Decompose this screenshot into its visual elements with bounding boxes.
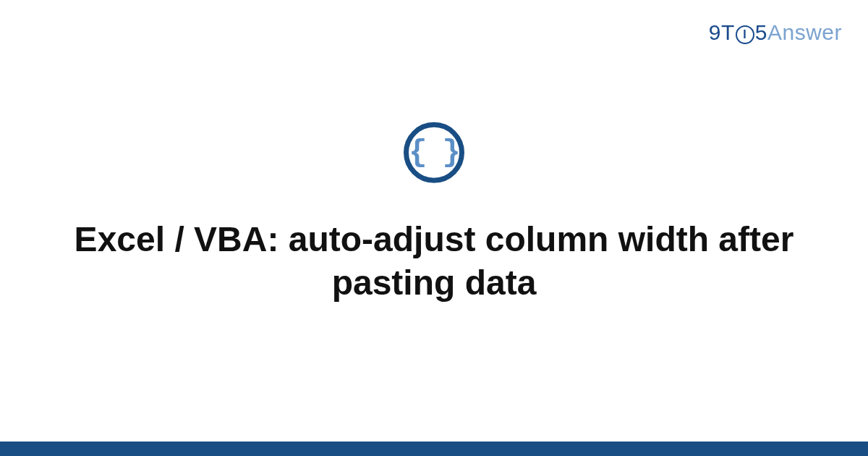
site-logo: 9TI5Answer bbox=[709, 20, 842, 46]
logo-part-9t: 9T bbox=[709, 20, 735, 44]
main-content: { } Excel / VBA: auto-adjust column widt… bbox=[0, 122, 868, 305]
logo-part-o: I bbox=[736, 25, 754, 44]
logo-part-5: 5 bbox=[755, 20, 767, 44]
code-braces-icon: { } bbox=[404, 122, 464, 183]
footer-accent-bar bbox=[0, 442, 868, 456]
braces-glyph: { } bbox=[409, 138, 459, 168]
page-title: Excel / VBA: auto-adjust column width af… bbox=[0, 218, 868, 305]
logo-part-answer: Answer bbox=[767, 20, 842, 44]
